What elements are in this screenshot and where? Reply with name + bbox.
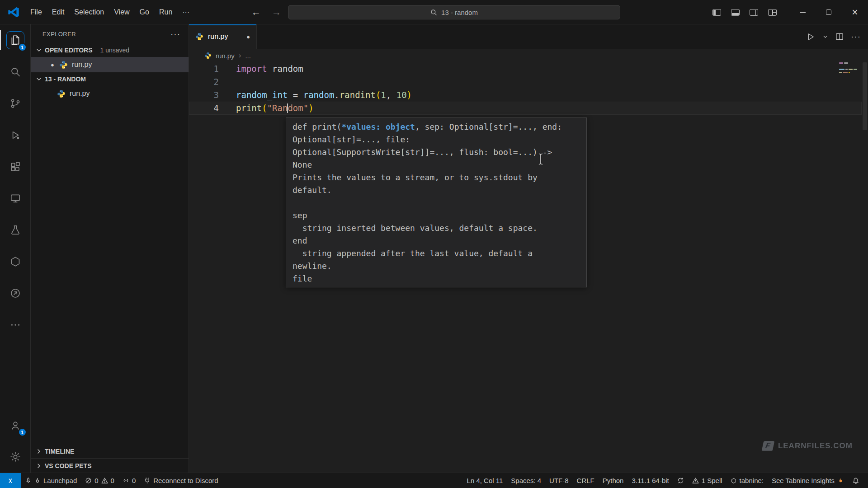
- activity-settings[interactable]: [0, 441, 31, 473]
- cursor-position-label: Ln 4, Col 11: [467, 477, 503, 484]
- spell-label: 1 Spell: [702, 477, 722, 484]
- menu-file[interactable]: File: [25, 5, 47, 20]
- status-encoding[interactable]: UTF-8: [545, 473, 573, 488]
- broadcast-icon: [123, 477, 129, 484]
- vscode-window: File Edit Selection View Go Run ··· ← → …: [0, 0, 868, 488]
- status-cursor-position[interactable]: Ln 4, Col 11: [463, 473, 507, 488]
- ellipsis-icon: [9, 319, 21, 331]
- section-open-editors[interactable]: OPEN EDITORS 1 unsaved: [31, 43, 189, 57]
- remote-indicator[interactable]: [0, 473, 21, 488]
- open-editor-item-runpy[interactable]: ● run.py: [31, 57, 189, 72]
- breadcrumb-file[interactable]: run.py: [216, 52, 235, 60]
- minimize-button[interactable]: [789, 0, 816, 24]
- breadcrumb-symbol[interactable]: ...: [245, 52, 251, 60]
- tooltip-signature: , sep: Optional[str]=..., end:: [415, 122, 562, 131]
- section-folder[interactable]: 13 - RANDOM: [31, 72, 189, 86]
- activity-source-control[interactable]: [0, 88, 31, 119]
- code-line-4-current[interactable]: 4 print("Random"): [189, 102, 862, 115]
- code-line-3[interactable]: 3 random_int = random.randint(1, 10): [189, 89, 862, 102]
- line-number: 2: [189, 75, 236, 89]
- tooltip-param-desc: string appended after the last value, de…: [286, 247, 586, 260]
- code-line-1[interactable]: 1 import random: [189, 62, 862, 75]
- activity-testing[interactable]: [0, 214, 31, 246]
- tab-bar: run.py ● ···: [189, 24, 868, 49]
- tabnine-label: tabnine:: [740, 477, 764, 484]
- status-ports[interactable]: 0: [118, 473, 140, 488]
- explorer-actions-more[interactable]: ···: [170, 29, 180, 39]
- encoding-label: UTF-8: [549, 477, 569, 484]
- status-sync[interactable]: [673, 473, 688, 488]
- menu-overflow-button[interactable]: ···: [177, 5, 194, 20]
- tab-runpy[interactable]: run.py ●: [189, 24, 257, 49]
- run-file-icon[interactable]: [806, 32, 816, 42]
- toggle-secondary-sidebar-icon[interactable]: [750, 9, 758, 16]
- activity-search[interactable]: [0, 56, 31, 88]
- activity-accounts[interactable]: 1: [0, 409, 31, 441]
- activity-extension-hexagon[interactable]: [0, 246, 31, 277]
- sidebar-title: EXPLORER: [42, 31, 76, 38]
- status-spell-checker[interactable]: 1 Spell: [688, 473, 726, 488]
- history-navigation: ← →: [251, 0, 281, 24]
- folder-name-label: 13 - RANDOM: [45, 75, 86, 83]
- tab-modified-dot-icon[interactable]: ●: [246, 33, 250, 40]
- maximize-button[interactable]: [816, 0, 842, 24]
- activity-extension-circle[interactable]: [0, 277, 31, 309]
- back-icon[interactable]: ←: [251, 7, 261, 18]
- minimap-line: [839, 62, 848, 64]
- status-launchpad[interactable]: Launchpad: [21, 473, 81, 488]
- section-vscode-pets[interactable]: VS CODE PETS: [31, 458, 189, 473]
- split-editor-icon[interactable]: [835, 32, 844, 41]
- unsaved-count: 1 unsaved: [100, 47, 130, 54]
- menu-run[interactable]: Run: [154, 5, 177, 20]
- status-language[interactable]: Python: [599, 473, 628, 488]
- code-token: ): [308, 103, 313, 113]
- status-interpreter[interactable]: 3.11.1 64-bit: [627, 473, 673, 488]
- activity-remote-explorer[interactable]: [0, 183, 31, 214]
- status-bar: Launchpad 0 0 0 Reconnect to Discord Ln …: [0, 473, 868, 488]
- menu-view[interactable]: View: [109, 5, 134, 20]
- open-editor-filename: run.py: [72, 61, 92, 69]
- customize-layout-icon[interactable]: [768, 9, 777, 16]
- menu-selection[interactable]: Selection: [69, 5, 109, 20]
- code-token: randint: [340, 90, 376, 100]
- activity-run-debug[interactable]: [0, 119, 31, 151]
- status-indentation[interactable]: Spaces: 4: [507, 473, 545, 488]
- code-line-2[interactable]: 2: [189, 75, 862, 89]
- close-icon: ×: [852, 7, 858, 18]
- section-timeline[interactable]: TIMELINE: [31, 444, 189, 458]
- toggle-sidebar-icon[interactable]: [712, 9, 721, 16]
- toggle-panel-icon[interactable]: [731, 9, 740, 16]
- tabnine-icon: [731, 478, 737, 484]
- code-area[interactable]: 1 import random 2 3 random_int = random.…: [189, 62, 862, 115]
- activity-more-views[interactable]: [0, 309, 31, 341]
- status-tabnine[interactable]: tabnine:: [726, 473, 768, 488]
- status-eol[interactable]: CRLF: [573, 473, 599, 488]
- forward-icon[interactable]: →: [272, 7, 281, 18]
- tree-item-runpy[interactable]: run.py: [31, 86, 189, 101]
- insights-label: See Tabnine Insights: [772, 477, 835, 484]
- menu-go[interactable]: Go: [135, 5, 154, 20]
- watermark-logo-icon: F: [762, 441, 775, 451]
- editor-scrollbar[interactable]: [862, 62, 868, 473]
- breadcrumb: run.py › ...: [189, 49, 868, 62]
- menu-edit[interactable]: Edit: [47, 5, 70, 20]
- activity-explorer[interactable]: 1: [0, 24, 31, 56]
- modified-dot-icon[interactable]: ●: [51, 61, 55, 68]
- code-token: dom": [288, 103, 308, 113]
- activity-extensions[interactable]: [0, 151, 31, 183]
- scrollbar-thumb[interactable]: [863, 62, 867, 130]
- sync-icon: [677, 477, 684, 484]
- tooltip-param-name: sep: [286, 209, 586, 222]
- editor-actions: ···: [806, 24, 861, 49]
- code-token: import: [236, 64, 267, 74]
- editor-more-actions-icon[interactable]: ···: [851, 32, 861, 42]
- status-tabnine-insights[interactable]: See Tabnine Insights: [768, 473, 848, 488]
- status-problems[interactable]: 0 0: [81, 473, 118, 488]
- status-discord[interactable]: Reconnect to Discord: [140, 473, 222, 488]
- run-dropdown-chevron-icon[interactable]: [822, 34, 828, 40]
- close-button[interactable]: ×: [842, 0, 868, 24]
- explorer-badge: 1: [18, 43, 27, 52]
- signature-help-tooltip[interactable]: def print(*values: object, sep: Optional…: [286, 117, 587, 287]
- status-notifications[interactable]: [848, 473, 863, 488]
- command-center-search[interactable]: 13 - random: [288, 5, 620, 19]
